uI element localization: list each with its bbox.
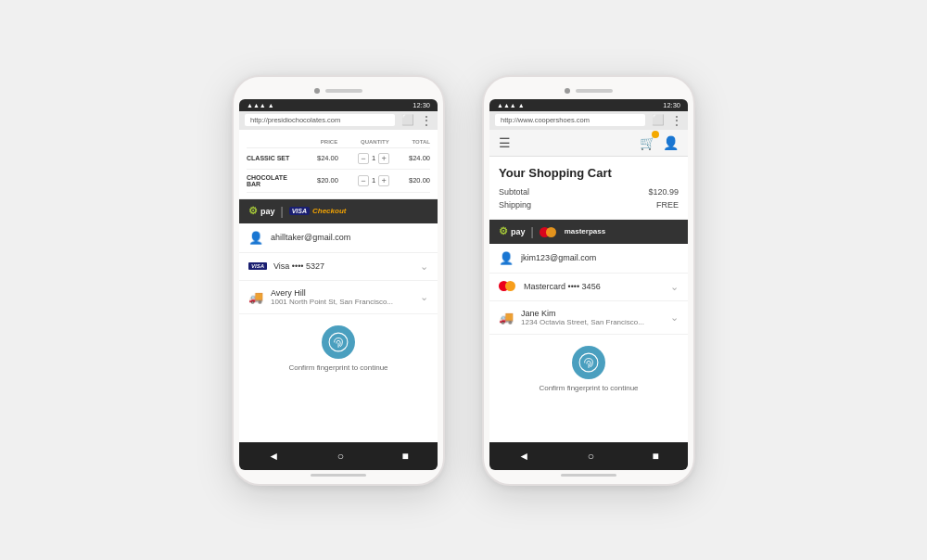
phone-1-payment-modal: 👤 ahilltaker@gmail.com VISA Visa •••• 53… — [239, 223, 438, 442]
col-total: TOTAL — [413, 139, 430, 145]
phone-1-shipping-name: Avery Hill — [271, 288, 413, 298]
phone-2-menu-icon[interactable]: ⋮ — [671, 114, 682, 127]
phone-2-fingerprint-btn[interactable] — [572, 346, 605, 379]
phone-1-menu-icon[interactable]: ⋮ — [421, 114, 432, 127]
android-pay-logo-1: ⚙ pay — [248, 205, 275, 217]
pay-divider-1: | — [281, 205, 284, 218]
phone-2-shipping-row[interactable]: 🚚 Jane Kim 1234 Octavia Street, San Fran… — [489, 301, 688, 335]
phone-1-status-bar: ▲▲▲ ▲ 12:30 — [239, 99, 438, 111]
phone-2-home-indicator — [561, 474, 616, 477]
nav-home-2[interactable]: ○ — [588, 450, 594, 463]
phone-2-url[interactable]: http://www.coopershoes.com — [495, 114, 645, 126]
product-1-quantity-ctrl: − 1 + — [358, 153, 389, 164]
shipping-icon-2: 🚚 — [499, 311, 514, 325]
phone-1-fingerprint-btn[interactable] — [322, 325, 355, 359]
phone-2-pay-bar: ⚙ pay | masterpass — [489, 220, 688, 244]
product-row-1: CLASSIC SET $24.00 − 1 + $24.00 — [247, 148, 430, 170]
shipping-value: FREE — [656, 200, 679, 210]
phone-2-camera — [565, 88, 570, 94]
cart-title: Your Shopping Cart — [499, 166, 679, 180]
phone-1-shipping-content: Avery Hill 1001 North Point St, San Fran… — [271, 288, 413, 306]
shipping-chevron-1: ⌄ — [420, 291, 428, 303]
phone-2-fingerprint-area: Confirm fingerprint to continue — [489, 335, 688, 400]
subtotal-value: $120.99 — [648, 187, 679, 197]
visa-checkout[interactable]: VISA Checkout — [289, 207, 347, 215]
nav-recent-1[interactable]: ■ — [401, 450, 408, 463]
shipping-label: Shipping — [499, 200, 531, 210]
phone-1-tab-icon[interactable]: ⬜ — [401, 114, 414, 126]
pay-divider-2: | — [531, 225, 534, 238]
email-icon-2: 👤 — [499, 251, 514, 265]
phone-2-cart: Your Shopping Cart Subtotal $120.99 Ship… — [489, 157, 688, 220]
phone-2-card-row[interactable]: Mastercard •••• 3456 ⌄ — [489, 274, 688, 301]
phone-1-pay-bar: ⚙ pay | VISA Checkout — [239, 199, 438, 223]
cart-shipping-row: Shipping FREE — [499, 200, 679, 210]
cart-badge — [652, 131, 659, 138]
card-chevron-1: ⌄ — [420, 261, 428, 273]
email-icon-1: 👤 — [248, 231, 263, 245]
phone-1: ▲▲▲ ▲ 12:30 http://presidiochocolates.co… — [232, 75, 445, 486]
phone-1-camera — [314, 88, 320, 94]
phone-2-card-label: Mastercard •••• 3456 — [524, 282, 601, 291]
product-2-qty-plus[interactable]: + — [378, 175, 389, 186]
checkout-text: Checkout — [312, 207, 346, 215]
phone-2-url-bar: http://www.coopershoes.com ⬜ ⋮ — [489, 111, 688, 130]
masterpass-text: masterpass — [565, 227, 605, 235]
product-2-total: $20.00 — [409, 176, 430, 185]
masterpass-logo[interactable]: masterpass — [540, 226, 605, 237]
nav-back-2[interactable]: ◄ — [518, 450, 529, 463]
phone-1-time: 12:30 — [413, 101, 430, 109]
android-icon-1: ⚙ — [248, 205, 258, 217]
cart-icon-wrapper[interactable]: 🛒 — [640, 134, 655, 151]
phone-2-shipping-name: Jane Kim — [521, 309, 663, 318]
product-2-qty: 1 — [372, 176, 375, 185]
col-quantity: QUANTITY — [361, 139, 389, 145]
toolbar-icons: 🛒 👤 — [640, 134, 679, 151]
product-1-price: $24.00 — [317, 154, 338, 162]
android-pay-text-1: pay — [260, 207, 275, 216]
nav-back-1[interactable]: ◄ — [268, 450, 279, 463]
product-2-name: CHOCOLATE BAR — [247, 174, 298, 187]
nav-recent-2[interactable]: ■ — [652, 450, 658, 463]
phone-2-tab-icon[interactable]: ⬜ — [652, 114, 665, 126]
phone-1-card-row[interactable]: VISA Visa •••• 5327 ⌄ — [239, 253, 438, 281]
svg-point-0 — [329, 333, 348, 351]
visa-logo: VISA — [289, 207, 310, 215]
product-1-qty-minus[interactable]: − — [358, 153, 369, 164]
phones-container: ▲▲▲ ▲ 12:30 http://presidiochocolates.co… — [232, 75, 695, 486]
product-1-total: $24.00 — [409, 154, 430, 162]
phone-1-shipping-row[interactable]: 🚚 Avery Hill 1001 North Point St, San Fr… — [239, 281, 438, 314]
phone-1-product-table: PRICE QUANTITY TOTAL CLASSIC SET $24.00 … — [239, 130, 438, 199]
product-1-qty-plus[interactable]: + — [378, 153, 389, 164]
visa-card-logo-1: VISA — [248, 262, 267, 270]
phone-1-email: ahilltaker@gmail.com — [271, 233, 428, 242]
phone-2: ▲▲▲ ▲ 12:30 http://www.coopershoes.com ⬜… — [482, 75, 695, 486]
android-icon-2: ⚙ — [499, 225, 508, 237]
android-pay-logo-2: ⚙ pay — [499, 225, 526, 237]
card-chevron-2: ⌄ — [670, 281, 679, 293]
phone-2-status-bar: ▲▲▲ ▲ 12:30 — [489, 99, 688, 111]
phone-2-email-row: 👤 jkim123@gmail.com — [489, 244, 688, 274]
phone-2-toolbar: ☰ 🛒 👤 — [489, 130, 688, 157]
phone-2-notch — [489, 88, 688, 96]
nav-home-1[interactable]: ○ — [337, 450, 344, 463]
shipping-chevron-2: ⌄ — [670, 312, 679, 324]
col-price: PRICE — [321, 139, 337, 145]
product-row-2: CHOCOLATE BAR $20.00 − 1 + $20.00 — [247, 170, 430, 193]
hamburger-menu[interactable]: ☰ — [499, 135, 511, 150]
product-2-price: $20.00 — [317, 176, 338, 185]
phone-1-screen: ▲▲▲ ▲ 12:30 http://presidiochocolates.co… — [239, 99, 438, 470]
product-2-qty-minus[interactable]: − — [358, 175, 369, 186]
phone-2-screen: ▲▲▲ ▲ 12:30 http://www.coopershoes.com ⬜… — [489, 99, 688, 470]
phone-1-notch — [239, 88, 438, 96]
phone-2-nav-bar: ◄ ○ ■ — [489, 442, 688, 470]
user-icon[interactable]: 👤 — [663, 135, 679, 150]
phone-1-fingerprint-label: Confirm fingerprint to continue — [288, 363, 387, 372]
phone-2-time: 12:30 — [663, 101, 680, 109]
phone-1-fingerprint-area: Confirm fingerprint to continue — [239, 314, 438, 379]
phone-2-shipping-content: Jane Kim 1234 Octavia Street, San Franci… — [521, 309, 663, 326]
product-1-qty: 1 — [372, 154, 375, 162]
android-pay-text-2: pay — [511, 227, 526, 236]
phone-1-url[interactable]: http://presidiochocolates.com — [245, 114, 395, 126]
phone-2-speaker — [576, 89, 613, 93]
